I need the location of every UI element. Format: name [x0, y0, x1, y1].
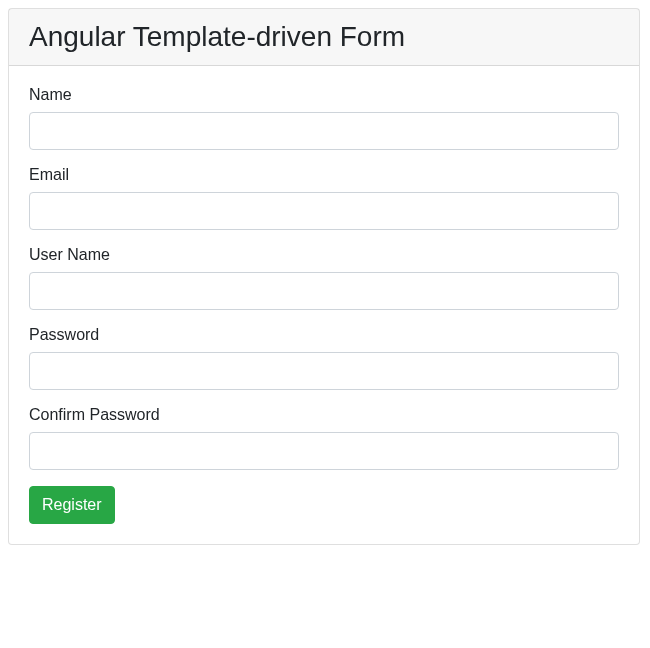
card-header: Angular Template-driven Form	[9, 9, 639, 66]
page-title: Angular Template-driven Form	[29, 21, 619, 53]
registration-form: Name Email User Name Password Confirm Pa…	[29, 86, 619, 524]
username-input[interactable]	[29, 272, 619, 310]
register-button[interactable]: Register	[29, 486, 115, 524]
name-input[interactable]	[29, 112, 619, 150]
form-card: Angular Template-driven Form Name Email …	[8, 8, 640, 545]
password-label: Password	[29, 326, 99, 344]
form-group-confirm-password: Confirm Password	[29, 406, 619, 470]
form-group-username: User Name	[29, 246, 619, 310]
username-label: User Name	[29, 246, 110, 264]
confirm-password-label: Confirm Password	[29, 406, 160, 424]
confirm-password-input[interactable]	[29, 432, 619, 470]
email-label: Email	[29, 166, 69, 184]
password-input[interactable]	[29, 352, 619, 390]
email-input[interactable]	[29, 192, 619, 230]
name-label: Name	[29, 86, 72, 104]
form-group-password: Password	[29, 326, 619, 390]
form-group-email: Email	[29, 166, 619, 230]
form-group-name: Name	[29, 86, 619, 150]
card-body: Name Email User Name Password Confirm Pa…	[9, 66, 639, 544]
